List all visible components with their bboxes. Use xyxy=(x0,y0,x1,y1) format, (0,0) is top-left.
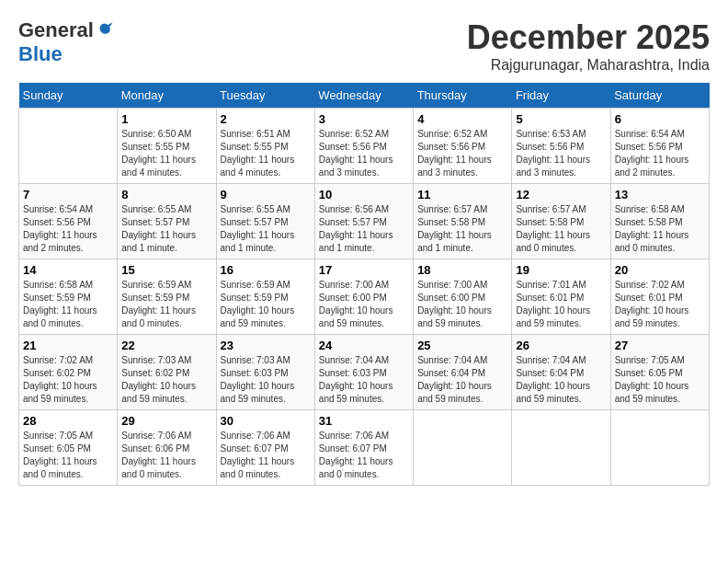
day-number: 20 xyxy=(615,263,705,277)
calendar-table: SundayMondayTuesdayWednesdayThursdayFrid… xyxy=(18,83,710,486)
day-info: Sunrise: 7:05 AM Sunset: 6:05 PM Dayligh… xyxy=(23,430,113,481)
calendar-cell: 23Sunrise: 7:03 AM Sunset: 6:03 PM Dayli… xyxy=(216,335,314,410)
calendar-cell xyxy=(414,410,512,486)
calendar-cell: 22Sunrise: 7:03 AM Sunset: 6:02 PM Dayli… xyxy=(118,335,216,410)
day-info: Sunrise: 6:54 AM Sunset: 5:56 PM Dayligh… xyxy=(615,128,705,179)
day-info: Sunrise: 6:50 AM Sunset: 5:55 PM Dayligh… xyxy=(121,128,211,179)
calendar-header-row: SundayMondayTuesdayWednesdayThursdayFrid… xyxy=(19,83,710,109)
calendar-cell: 7Sunrise: 6:54 AM Sunset: 5:56 PM Daylig… xyxy=(19,184,118,259)
calendar-week-row: 14Sunrise: 6:58 AM Sunset: 5:59 PM Dayli… xyxy=(19,259,710,335)
day-number: 18 xyxy=(417,263,507,277)
calendar-cell: 13Sunrise: 6:58 AM Sunset: 5:58 PM Dayli… xyxy=(610,184,709,259)
day-number: 26 xyxy=(516,339,606,352)
day-info: Sunrise: 7:01 AM Sunset: 6:01 PM Dayligh… xyxy=(516,279,606,330)
calendar-cell: 10Sunrise: 6:56 AM Sunset: 5:57 PM Dayli… xyxy=(314,184,413,259)
calendar-cell: 19Sunrise: 7:01 AM Sunset: 6:01 PM Dayli… xyxy=(512,259,610,335)
day-number: 13 xyxy=(615,188,705,201)
day-info: Sunrise: 7:06 AM Sunset: 6:06 PM Dayligh… xyxy=(121,430,211,481)
day-number: 21 xyxy=(23,339,113,352)
day-number: 28 xyxy=(23,414,113,428)
day-number: 4 xyxy=(417,112,507,126)
calendar-cell: 21Sunrise: 7:02 AM Sunset: 6:02 PM Dayli… xyxy=(19,335,118,410)
day-number: 31 xyxy=(319,414,409,428)
day-number: 17 xyxy=(319,263,409,277)
day-info: Sunrise: 6:55 AM Sunset: 5:57 PM Dayligh… xyxy=(221,203,311,255)
day-info: Sunrise: 7:04 AM Sunset: 6:03 PM Dayligh… xyxy=(319,354,409,406)
calendar-cell: 20Sunrise: 7:02 AM Sunset: 6:01 PM Dayli… xyxy=(610,259,709,335)
day-number: 10 xyxy=(319,188,409,201)
day-number: 29 xyxy=(121,414,211,428)
calendar-cell: 1Sunrise: 6:50 AM Sunset: 5:55 PM Daylig… xyxy=(118,109,216,184)
calendar-day-header: Monday xyxy=(118,83,216,109)
calendar-cell: 29Sunrise: 7:06 AM Sunset: 6:06 PM Dayli… xyxy=(118,410,216,486)
day-info: Sunrise: 6:59 AM Sunset: 5:59 PM Dayligh… xyxy=(121,279,211,330)
day-number: 7 xyxy=(23,188,113,201)
calendar-cell: 4Sunrise: 6:52 AM Sunset: 5:56 PM Daylig… xyxy=(414,109,512,184)
day-number: 9 xyxy=(221,188,311,201)
calendar-cell: 28Sunrise: 7:05 AM Sunset: 6:05 PM Dayli… xyxy=(19,410,118,486)
calendar-cell: 25Sunrise: 7:04 AM Sunset: 6:04 PM Dayli… xyxy=(414,335,512,410)
calendar-day-header: Saturday xyxy=(610,83,709,109)
day-number: 6 xyxy=(615,112,705,126)
day-number: 1 xyxy=(121,112,211,126)
day-info: Sunrise: 6:56 AM Sunset: 5:57 PM Dayligh… xyxy=(319,203,409,255)
day-info: Sunrise: 6:57 AM Sunset: 5:58 PM Dayligh… xyxy=(516,203,606,255)
day-number: 8 xyxy=(121,188,211,201)
page-container: General Blue December 2025 Rajgurunagar,… xyxy=(18,18,710,486)
calendar-cell: 14Sunrise: 6:58 AM Sunset: 5:59 PM Dayli… xyxy=(19,259,118,335)
calendar-week-row: 21Sunrise: 7:02 AM Sunset: 6:02 PM Dayli… xyxy=(19,335,710,410)
day-number: 16 xyxy=(221,263,311,277)
calendar-day-header: Sunday xyxy=(19,83,118,109)
calendar-day-header: Tuesday xyxy=(216,83,314,109)
day-info: Sunrise: 7:06 AM Sunset: 6:07 PM Dayligh… xyxy=(221,430,311,481)
day-info: Sunrise: 6:52 AM Sunset: 5:56 PM Dayligh… xyxy=(417,128,507,179)
day-info: Sunrise: 6:54 AM Sunset: 5:56 PM Dayligh… xyxy=(23,203,113,255)
calendar-week-row: 28Sunrise: 7:05 AM Sunset: 6:05 PM Dayli… xyxy=(19,410,710,486)
calendar-cell xyxy=(19,109,118,184)
day-info: Sunrise: 6:58 AM Sunset: 5:58 PM Dayligh… xyxy=(615,203,705,255)
day-number: 24 xyxy=(319,339,409,352)
calendar-cell: 30Sunrise: 7:06 AM Sunset: 6:07 PM Dayli… xyxy=(216,410,314,486)
day-info: Sunrise: 7:05 AM Sunset: 6:05 PM Dayligh… xyxy=(615,354,705,406)
day-number: 14 xyxy=(23,263,113,277)
logo-blue-text: Blue xyxy=(18,42,63,66)
day-number: 5 xyxy=(516,112,606,126)
header: General Blue December 2025 Rajgurunagar,… xyxy=(18,18,710,74)
calendar-cell xyxy=(610,410,709,486)
day-number: 30 xyxy=(221,414,311,428)
calendar-day-header: Thursday xyxy=(414,83,512,109)
day-number: 19 xyxy=(516,263,606,277)
day-info: Sunrise: 6:52 AM Sunset: 5:56 PM Dayligh… xyxy=(319,128,409,179)
calendar-cell: 17Sunrise: 7:00 AM Sunset: 6:00 PM Dayli… xyxy=(314,259,413,335)
calendar-cell: 26Sunrise: 7:04 AM Sunset: 6:04 PM Dayli… xyxy=(512,335,610,410)
calendar-cell: 16Sunrise: 6:59 AM Sunset: 5:59 PM Dayli… xyxy=(216,259,314,335)
calendar-cell: 11Sunrise: 6:57 AM Sunset: 5:58 PM Dayli… xyxy=(414,184,512,259)
logo-bird-icon xyxy=(96,21,114,40)
calendar-cell: 31Sunrise: 7:06 AM Sunset: 6:07 PM Dayli… xyxy=(314,410,413,486)
day-info: Sunrise: 6:51 AM Sunset: 5:55 PM Dayligh… xyxy=(221,128,311,179)
day-info: Sunrise: 7:03 AM Sunset: 6:03 PM Dayligh… xyxy=(221,354,311,406)
day-number: 25 xyxy=(417,339,507,352)
day-info: Sunrise: 7:00 AM Sunset: 6:00 PM Dayligh… xyxy=(319,279,409,330)
day-number: 22 xyxy=(121,339,211,352)
calendar-cell: 9Sunrise: 6:55 AM Sunset: 5:57 PM Daylig… xyxy=(216,184,314,259)
day-number: 27 xyxy=(615,339,705,352)
day-info: Sunrise: 6:57 AM Sunset: 5:58 PM Dayligh… xyxy=(417,203,507,255)
day-info: Sunrise: 7:02 AM Sunset: 6:02 PM Dayligh… xyxy=(23,354,113,406)
day-info: Sunrise: 7:04 AM Sunset: 6:04 PM Dayligh… xyxy=(516,354,606,406)
day-number: 15 xyxy=(121,263,211,277)
day-info: Sunrise: 7:02 AM Sunset: 6:01 PM Dayligh… xyxy=(615,279,705,330)
title-container: December 2025 Rajgurunagar, Maharashtra,… xyxy=(467,18,710,74)
calendar-cell: 18Sunrise: 7:00 AM Sunset: 6:00 PM Dayli… xyxy=(414,259,512,335)
day-info: Sunrise: 6:58 AM Sunset: 5:59 PM Dayligh… xyxy=(23,279,113,330)
logo: General Blue xyxy=(18,18,114,66)
calendar-cell: 5Sunrise: 6:53 AM Sunset: 5:56 PM Daylig… xyxy=(512,109,610,184)
day-info: Sunrise: 6:55 AM Sunset: 5:57 PM Dayligh… xyxy=(121,203,211,255)
day-number: 12 xyxy=(516,188,606,201)
calendar-cell: 12Sunrise: 6:57 AM Sunset: 5:58 PM Dayli… xyxy=(512,184,610,259)
calendar-week-row: 1Sunrise: 6:50 AM Sunset: 5:55 PM Daylig… xyxy=(19,109,710,184)
calendar-cell: 3Sunrise: 6:52 AM Sunset: 5:56 PM Daylig… xyxy=(314,109,413,184)
day-info: Sunrise: 7:00 AM Sunset: 6:00 PM Dayligh… xyxy=(417,279,507,330)
calendar-cell: 15Sunrise: 6:59 AM Sunset: 5:59 PM Dayli… xyxy=(118,259,216,335)
day-info: Sunrise: 7:06 AM Sunset: 6:07 PM Dayligh… xyxy=(319,430,409,481)
